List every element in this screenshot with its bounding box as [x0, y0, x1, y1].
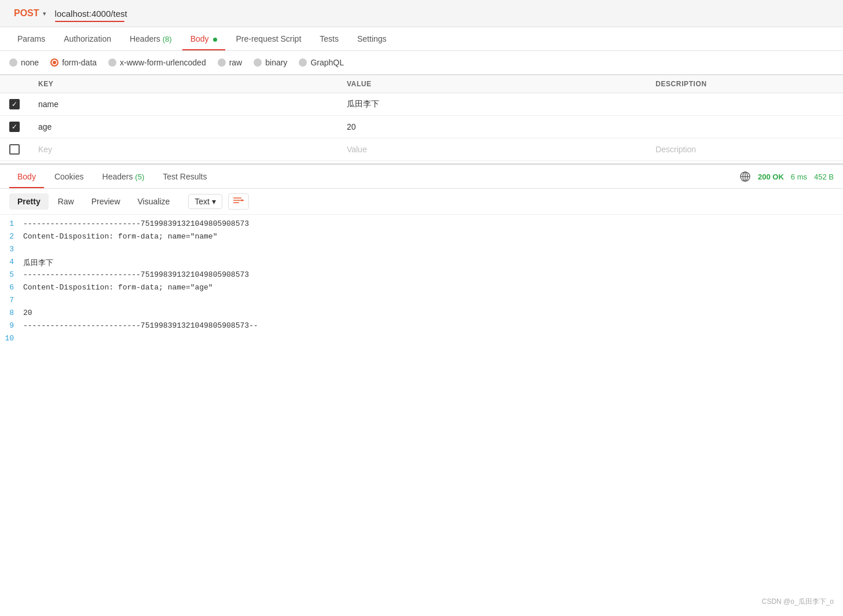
line-content: Content-Disposition: form-data; name="na…	[23, 232, 217, 241]
code-line: 5--------------------------7519983913210…	[0, 270, 843, 283]
col-header-key: KEY	[29, 75, 338, 93]
resp-tab-headers[interactable]: Headers (5)	[94, 165, 153, 188]
code-line: 7	[0, 296, 843, 309]
line-number: 4	[0, 258, 23, 266]
radio-graphql-circle	[299, 58, 307, 67]
table-row: ✓ name 瓜田李下	[0, 93, 843, 116]
radio-none[interactable]: none	[9, 58, 39, 67]
radio-raw[interactable]: raw	[218, 58, 243, 67]
method-selector[interactable]: POST ▾	[9, 6, 50, 21]
radio-form-data-label: form-data	[62, 58, 97, 67]
url-input[interactable]	[55, 8, 834, 20]
resp-tab-headers-label: Headers	[102, 172, 133, 181]
radio-urlencoded-circle	[108, 58, 116, 67]
line-content: --------------------------75199839132104…	[23, 219, 249, 228]
row3-value-placeholder[interactable]: Value	[347, 145, 367, 154]
radio-form-data[interactable]: form-data	[50, 58, 97, 67]
resp-tab-body-label: Body	[17, 172, 36, 181]
col-header-value: VALUE	[338, 75, 646, 93]
resp-headers-badge: (5)	[135, 173, 144, 181]
radio-binary[interactable]: binary	[254, 58, 287, 67]
code-line: 1--------------------------7519983913210…	[0, 219, 843, 232]
row2-key[interactable]: age	[38, 122, 52, 131]
tab-body[interactable]: Body	[182, 27, 226, 50]
code-line: 2Content-Disposition: form-data; name="n…	[0, 232, 843, 245]
tab-tests-label: Tests	[320, 34, 339, 43]
tab-authorization[interactable]: Authorization	[56, 27, 119, 50]
text-type-label: Text	[195, 197, 210, 206]
resp-tab-test-results[interactable]: Test Results	[155, 165, 215, 188]
format-btn-pretty[interactable]: Pretty	[9, 193, 49, 210]
radio-graphql-label: GraphQL	[310, 58, 344, 67]
resp-tab-body[interactable]: Body	[9, 165, 44, 188]
row3-description-placeholder[interactable]: Description	[655, 145, 696, 154]
radio-urlencoded[interactable]: x-www-form-urlencoded	[108, 58, 206, 67]
line-number: 3	[0, 245, 23, 254]
row1-value[interactable]: 瓜田李下	[347, 99, 379, 108]
check-mark: ✓	[12, 101, 17, 108]
line-number: 8	[0, 309, 23, 317]
url-bar: POST ▾	[0, 0, 843, 27]
wrap-toggle-button[interactable]	[228, 193, 249, 210]
radio-binary-circle	[254, 58, 262, 67]
line-content: --------------------------75199839132104…	[23, 270, 249, 279]
radio-none-circle	[9, 58, 17, 67]
tab-body-label: Body	[190, 34, 209, 43]
line-number: 10	[0, 334, 23, 343]
radio-raw-circle	[218, 58, 226, 67]
table-row: ✓ age 20	[0, 116, 843, 138]
tab-params-label: Params	[17, 34, 45, 43]
text-type-chevron-icon: ▾	[212, 197, 216, 206]
globe-icon[interactable]	[739, 171, 751, 182]
col-header-check	[0, 75, 29, 93]
tab-params[interactable]: Params	[9, 27, 53, 50]
format-btn-visualize[interactable]: Visualize	[130, 193, 178, 210]
line-content: 瓜田李下	[23, 258, 53, 268]
code-line: 9--------------------------7519983913210…	[0, 321, 843, 334]
row2-checkbox[interactable]: ✓	[9, 122, 20, 132]
line-content: Content-Disposition: form-data; name="ag…	[23, 283, 213, 292]
resp-status-area: 200 OK 6 ms 452 B	[739, 171, 834, 182]
tab-headers[interactable]: Headers (8)	[122, 27, 180, 50]
method-chevron-icon: ▾	[43, 10, 46, 17]
tab-prerequest[interactable]: Pre-request Script	[228, 27, 309, 50]
resp-size: 452 B	[814, 173, 834, 181]
code-line: 10	[0, 334, 843, 347]
tab-prerequest-label: Pre-request Script	[236, 34, 301, 43]
resp-time: 6 ms	[791, 173, 807, 181]
resp-status-code: 200 OK	[758, 173, 784, 181]
tab-settings[interactable]: Settings	[349, 27, 395, 50]
radio-raw-label: raw	[229, 58, 243, 67]
url-underline	[55, 21, 124, 22]
line-content: 20	[23, 309, 32, 317]
row2-value[interactable]: 20	[347, 122, 356, 131]
radio-form-data-circle	[50, 58, 58, 67]
row1-checkbox[interactable]: ✓	[9, 99, 20, 109]
body-active-dot	[213, 38, 217, 42]
response-section: Body Cookies Headers (5) Test Results 20…	[0, 163, 843, 351]
line-number: 9	[0, 321, 23, 330]
format-btn-raw[interactable]: Raw	[50, 193, 82, 210]
line-number: 1	[0, 219, 23, 228]
request-tab-bar: Params Authorization Headers (8) Body Pr…	[0, 27, 843, 51]
wrap-icon	[233, 196, 244, 204]
method-label: POST	[14, 8, 39, 19]
line-number: 7	[0, 296, 23, 305]
form-table: KEY VALUE DESCRIPTION ✓ name 瓜田李下	[0, 75, 843, 161]
col-header-description: DESCRIPTION	[646, 75, 843, 93]
format-btn-preview[interactable]: Preview	[83, 193, 129, 210]
row3-checkbox[interactable]	[9, 144, 20, 155]
resp-tab-cookies[interactable]: Cookies	[46, 165, 92, 188]
text-type-select[interactable]: Text ▾	[188, 194, 222, 209]
row3-key-placeholder[interactable]: Key	[38, 145, 52, 154]
code-line: 6Content-Disposition: form-data; name="a…	[0, 283, 843, 296]
check-mark: ✓	[12, 123, 17, 130]
code-line: 820	[0, 309, 843, 321]
tab-tests[interactable]: Tests	[311, 27, 347, 50]
radio-urlencoded-label: x-www-form-urlencoded	[120, 58, 206, 67]
row1-key[interactable]: name	[38, 100, 58, 109]
body-type-row: none form-data x-www-form-urlencoded raw…	[0, 51, 843, 75]
radio-graphql[interactable]: GraphQL	[299, 58, 344, 67]
response-tab-bar: Body Cookies Headers (5) Test Results 20…	[0, 165, 843, 189]
line-number: 6	[0, 283, 23, 292]
